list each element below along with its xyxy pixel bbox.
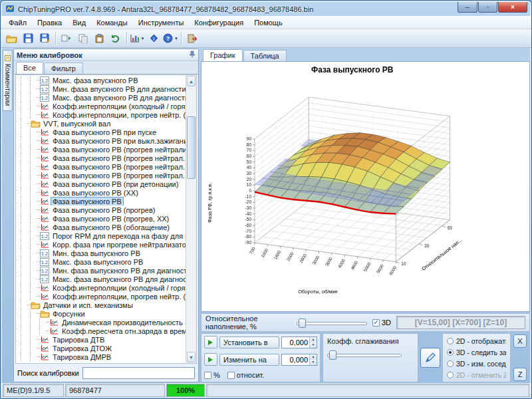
tree-item[interactable]: 1.2Мин. фаза выпускного РВ для диагности… [16,266,186,275]
tree-item[interactable]: Фаза выпускного РВ (прогрев нейтрализато… [16,145,186,154]
tree-scrollbar[interactable]: ▲ ▼ [186,75,196,363]
title-bar[interactable]: ChipTuningPRO ver.7.4.8.969 - Antara32L_… [1,1,531,16]
tree-item[interactable]: Фаза выпускного РВ (ХХ) [16,188,186,197]
tree-item[interactable]: 1.2Макс. фаза впускного РВ для диагности… [16,93,186,102]
tree-item-label: Мин. фаза впускного РВ для диагностики [51,85,186,93]
tree-item[interactable]: Фаза выпускного РВ (прогрев) [16,205,186,214]
tree-item[interactable]: Фаза выпускного РВ [16,197,186,205]
menu-item-4[interactable]: Инструменты [133,17,190,28]
toolbar-undo-button[interactable] [108,31,124,46]
menu-item-6[interactable]: Помощь [249,17,288,28]
tree-item[interactable]: Динамическая производительность [16,318,186,327]
relative-checkbox[interactable] [227,372,235,379]
toolbar-paste-button[interactable] [91,31,108,46]
search-input[interactable] [82,367,195,379]
filter-tab-1[interactable]: Фильтр [44,63,83,74]
toolbar-save-button[interactable] [20,31,37,46]
x-axis-button[interactable]: X [513,334,527,348]
tree-item[interactable]: Фаза выпускного РВ (прогрев нейтрал., хо… [16,154,186,162]
maximize-button[interactable]: ▫ [478,2,497,13]
tree-item[interactable]: Коэфф.пересчета отн.заряда в время впрыс… [16,327,186,335]
tree-item[interactable]: Форсунки [16,309,186,318]
tree-item[interactable]: 1.2Мин. фаза выпускного РВ [16,249,186,257]
menu-bar: ФайлПравкаВидКомандыИнструментыКонфигура… [1,16,531,29]
tree-item[interactable]: 1.2Мин. фаза впускного РВ для диагностик… [16,84,186,93]
tree-item[interactable]: Коэфф.интерполяции, прогрев нейтр. (холо… [16,292,186,301]
tree-item[interactable]: Фаза выпускного РВ (обогащение) [16,223,186,231]
smoothing-slider[interactable] [327,349,402,360]
percent-checkbox[interactable] [204,372,211,379]
menu-item-1[interactable]: Правка [32,17,67,28]
tree-item[interactable]: Тарировка ДМРВ [16,352,186,361]
comments-tab[interactable]: Комментарии [3,50,13,111]
apply-set-button[interactable] [204,336,217,348]
search-row: Поиск калибровки [14,364,198,382]
set-button[interactable]: Установить в [219,336,279,348]
scroll-down-icon[interactable]: ▼ [187,352,196,362]
toolbar-save-as-button[interactable] [37,31,53,46]
tree-item[interactable]: Датчики и исп. механизмы [16,301,186,309]
option-radio-0[interactable] [447,338,454,344]
toolbar-open-button[interactable] [3,31,20,46]
tree-item-label: Форсунки [51,310,86,318]
toolbar-diamond-button[interactable]: i [146,31,162,46]
controls-area: Относительное наполнение, % ✓ 3D [V=15,0… [201,312,530,382]
close-button[interactable]: × [498,2,527,13]
view-tab-0[interactable]: График [203,49,243,61]
tree-item[interactable]: Коэфф.интерполяции (холодный / горячий) [16,102,186,110]
tree-item[interactable]: 1.2Макс. фаза впускного РВ [16,76,186,84]
set-spin-buttons[interactable]: ▲▼ [309,337,317,348]
menu-item-0[interactable]: Файл [3,17,32,28]
change-button[interactable]: Изменить на [219,354,279,366]
tree-item[interactable]: Фаза выпускного РВ (прогрев нейтрал., ХХ… [16,171,186,180]
option-radio-1[interactable] [447,349,454,356]
coords-display: [V=15,00] [X=700] [Z=10] [396,316,525,329]
toolbar-exit-button[interactable] [184,31,200,46]
options-groupbox: 2D - отображать все точки3D - следить за… [442,333,511,382]
toolbar-copy-button[interactable] [74,31,91,46]
tree-item[interactable]: Фаза выпускного РВ (при детонации) [16,180,186,188]
toolbar-chart-button[interactable]: ▼ [129,31,146,46]
menu-item-2[interactable]: Вид [67,17,91,28]
change-value-input[interactable] [282,354,309,365]
dropdown-arrow-icon[interactable]: ▼ [174,37,178,41]
option-label-1: 3D - следить за мышью [456,348,506,356]
tree-item[interactable]: Коэфф.интерполяции, прогрев нейтр. (холо… [16,110,186,119]
change-spin-buttons[interactable]: ▲▼ [309,354,317,365]
tree-item[interactable]: 1.2Макс. фаза выпускного РВ для диагност… [16,275,186,283]
tree-item[interactable]: Фаза выпускного РВ при выкл.зажигания [16,136,186,145]
tree-item[interactable]: Фаза выпускного РВ (прогрев, ХХ) [16,214,186,223]
load-slider[interactable] [297,317,367,328]
tree-item[interactable]: 1.2Порог RPM для перехода на фазу для ре… [16,231,186,240]
smoothing-slider-thumb[interactable] [329,350,336,360]
status-ecu: ME(D)9.1/9.5 [3,384,64,397]
menu-item-3[interactable]: Команды [91,17,133,28]
tree-item[interactable]: Тарировка ДТОЖ [16,344,186,352]
apply-change-button[interactable] [204,353,217,366]
tree-item[interactable]: Фаза выпускного РВ при пуске [16,128,186,136]
toolbar-export-button[interactable] [58,31,74,46]
scroll-thumb[interactable] [187,116,196,179]
dropdown-arrow-icon[interactable]: ▼ [141,37,145,41]
scroll-up-icon[interactable]: ▲ [187,76,196,86]
menu-item-5[interactable]: Конфигурация [189,17,249,28]
pin-icon[interactable] [189,51,196,59]
tree-item[interactable]: Корр. фаза при прогреве нейтрализатора [16,240,186,249]
tree-item[interactable]: 1.2Макс. фаза выпускного РВ [16,257,186,266]
z-axis-button[interactable]: Z [513,368,527,381]
view-3d-checkbox[interactable]: ✓ [372,319,380,327]
view-tab-1[interactable]: Таблица [243,50,287,61]
tree-item[interactable]: Фаза выпускного РВ (прогрев нейтрал., ХХ… [16,162,186,171]
svg-text:1.2: 1.2 [41,95,48,101]
load-slider-thumb[interactable] [299,319,306,328]
tree-item[interactable]: Тарировка ДТВ [16,335,186,344]
option-radio-2[interactable] [447,360,454,367]
surface-chart[interactable] [201,62,530,312]
tree-item[interactable]: VVT, выпускной вал [16,119,186,128]
tree-item[interactable]: Коэфф.интерполяции (холодный / горячий) [16,283,186,292]
toolbar-help-button[interactable]: ?▼ [162,31,179,46]
filter-tab-0[interactable]: Все [16,62,43,74]
set-value-input[interactable] [282,337,309,348]
edit-button[interactable] [420,348,440,368]
minimize-button[interactable]: – [458,2,477,13]
